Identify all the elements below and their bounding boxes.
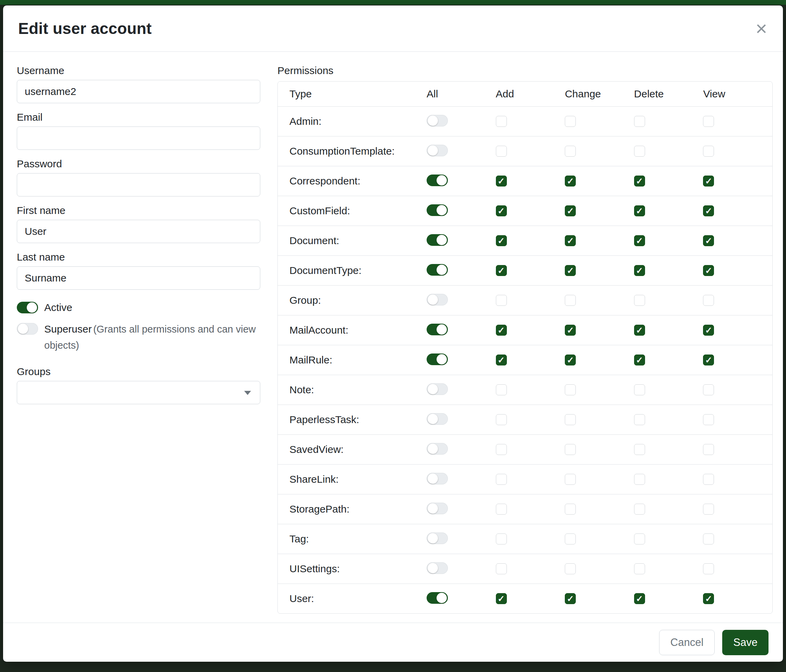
permission-change-checkbox[interactable]: ✓ <box>565 474 576 485</box>
save-button[interactable]: Save <box>722 630 769 655</box>
close-icon[interactable]: × <box>752 16 770 41</box>
permission-view-checkbox[interactable]: ✓ <box>703 534 714 545</box>
permission-change-checkbox[interactable]: ✓ <box>565 146 576 157</box>
permission-change-checkbox[interactable]: ✓ <box>565 414 576 425</box>
permission-add-checkbox[interactable]: ✓ <box>496 235 507 246</box>
permission-add-checkbox[interactable]: ✓ <box>496 414 507 425</box>
permission-delete-checkbox[interactable]: ✓ <box>634 444 645 455</box>
permission-add-checkbox[interactable]: ✓ <box>496 116 507 127</box>
permission-delete-checkbox[interactable]: ✓ <box>634 325 645 336</box>
permission-all-toggle[interactable] <box>427 145 448 156</box>
permission-view-checkbox[interactable]: ✓ <box>703 504 714 515</box>
email-field[interactable] <box>17 127 260 150</box>
permission-all-toggle[interactable] <box>427 174 448 186</box>
permission-change-checkbox[interactable]: ✓ <box>565 206 576 216</box>
permission-all-toggle[interactable] <box>427 353 448 365</box>
permission-all-toggle[interactable] <box>427 115 448 127</box>
permission-delete-checkbox[interactable]: ✓ <box>634 116 645 127</box>
permission-add-checkbox[interactable]: ✓ <box>496 534 507 545</box>
superuser-toggle[interactable] <box>17 323 38 334</box>
permission-change-checkbox[interactable]: ✓ <box>565 265 576 276</box>
last-name-label: Last name <box>17 251 260 263</box>
permission-view-checkbox[interactable]: ✓ <box>703 295 714 306</box>
permission-delete-checkbox[interactable]: ✓ <box>634 384 645 395</box>
permission-delete-checkbox[interactable]: ✓ <box>634 235 645 246</box>
cancel-button[interactable]: Cancel <box>659 630 715 655</box>
permission-view-checkbox[interactable]: ✓ <box>703 206 714 216</box>
active-toggle[interactable] <box>17 302 38 313</box>
permission-view-checkbox[interactable]: ✓ <box>703 116 714 127</box>
permission-change-checkbox[interactable]: ✓ <box>565 563 576 574</box>
permission-add-checkbox[interactable]: ✓ <box>496 593 507 604</box>
check-icon: ✓ <box>567 356 574 364</box>
permission-add-checkbox[interactable]: ✓ <box>496 504 507 515</box>
password-field[interactable] <box>17 173 260 196</box>
groups-group: Groups <box>17 366 260 404</box>
permission-delete-checkbox[interactable]: ✓ <box>634 176 645 187</box>
permission-all-toggle[interactable] <box>427 264 448 276</box>
permission-add-checkbox[interactable]: ✓ <box>496 325 507 336</box>
permission-all-toggle[interactable] <box>427 204 448 216</box>
permission-change-checkbox[interactable]: ✓ <box>565 593 576 604</box>
permission-view-checkbox[interactable]: ✓ <box>703 474 714 485</box>
permission-all-toggle[interactable] <box>427 323 448 335</box>
permission-change-checkbox[interactable]: ✓ <box>565 116 576 127</box>
permission-add-checkbox[interactable]: ✓ <box>496 355 507 366</box>
permission-change-checkbox[interactable]: ✓ <box>565 325 576 336</box>
permission-add-checkbox[interactable]: ✓ <box>496 146 507 157</box>
last-name-field[interactable] <box>17 266 260 290</box>
username-input[interactable] <box>17 80 260 103</box>
permission-all-toggle[interactable] <box>427 592 448 604</box>
permission-delete-checkbox[interactable]: ✓ <box>634 355 645 366</box>
permission-change-checkbox[interactable]: ✓ <box>565 384 576 395</box>
permission-all-toggle[interactable] <box>427 294 448 306</box>
permission-row: CustomField: ✓ ✓ ✓ ✓ <box>278 196 772 226</box>
permission-all-toggle[interactable] <box>427 562 448 574</box>
permission-all-toggle[interactable] <box>427 532 448 544</box>
permission-all-toggle[interactable] <box>427 413 448 425</box>
permission-delete-checkbox[interactable]: ✓ <box>634 593 645 604</box>
permission-all-toggle[interactable] <box>427 502 448 514</box>
permission-change-checkbox[interactable]: ✓ <box>565 176 576 187</box>
groups-select[interactable] <box>17 381 260 404</box>
permission-change-checkbox[interactable]: ✓ <box>565 504 576 515</box>
permission-view-checkbox[interactable]: ✓ <box>703 235 714 246</box>
permission-add-checkbox[interactable]: ✓ <box>496 295 507 306</box>
permission-add-checkbox[interactable]: ✓ <box>496 206 507 216</box>
permission-change-checkbox[interactable]: ✓ <box>565 534 576 545</box>
permission-view-checkbox[interactable]: ✓ <box>703 176 714 187</box>
permission-view-checkbox[interactable]: ✓ <box>703 563 714 574</box>
permission-delete-checkbox[interactable]: ✓ <box>634 534 645 545</box>
permission-delete-checkbox[interactable]: ✓ <box>634 504 645 515</box>
permission-change-checkbox[interactable]: ✓ <box>565 444 576 455</box>
permission-add-checkbox[interactable]: ✓ <box>496 474 507 485</box>
permission-add-checkbox[interactable]: ✓ <box>496 563 507 574</box>
permission-view-checkbox[interactable]: ✓ <box>703 593 714 604</box>
permission-delete-checkbox[interactable]: ✓ <box>634 206 645 216</box>
permission-add-checkbox[interactable]: ✓ <box>496 176 507 187</box>
permission-all-toggle[interactable] <box>427 383 448 395</box>
permission-view-checkbox[interactable]: ✓ <box>703 325 714 336</box>
permission-view-checkbox[interactable]: ✓ <box>703 384 714 395</box>
permission-view-checkbox[interactable]: ✓ <box>703 444 714 455</box>
permission-view-checkbox[interactable]: ✓ <box>703 355 714 366</box>
permission-delete-checkbox[interactable]: ✓ <box>634 474 645 485</box>
permission-all-toggle[interactable] <box>427 443 448 455</box>
permission-add-checkbox[interactable]: ✓ <box>496 265 507 276</box>
permission-delete-checkbox[interactable]: ✓ <box>634 414 645 425</box>
permission-delete-checkbox[interactable]: ✓ <box>634 563 645 574</box>
permission-delete-checkbox[interactable]: ✓ <box>634 146 645 157</box>
permission-delete-checkbox[interactable]: ✓ <box>634 295 645 306</box>
permission-view-checkbox[interactable]: ✓ <box>703 265 714 276</box>
permission-change-checkbox[interactable]: ✓ <box>565 235 576 246</box>
permission-view-checkbox[interactable]: ✓ <box>703 146 714 157</box>
permission-all-toggle[interactable] <box>427 473 448 484</box>
permission-add-checkbox[interactable]: ✓ <box>496 444 507 455</box>
first-name-field[interactable] <box>17 220 260 243</box>
permission-add-checkbox[interactable]: ✓ <box>496 384 507 395</box>
permission-delete-checkbox[interactable]: ✓ <box>634 265 645 276</box>
permission-all-toggle[interactable] <box>427 234 448 246</box>
permission-view-checkbox[interactable]: ✓ <box>703 414 714 425</box>
permission-change-checkbox[interactable]: ✓ <box>565 355 576 366</box>
permission-change-checkbox[interactable]: ✓ <box>565 295 576 306</box>
